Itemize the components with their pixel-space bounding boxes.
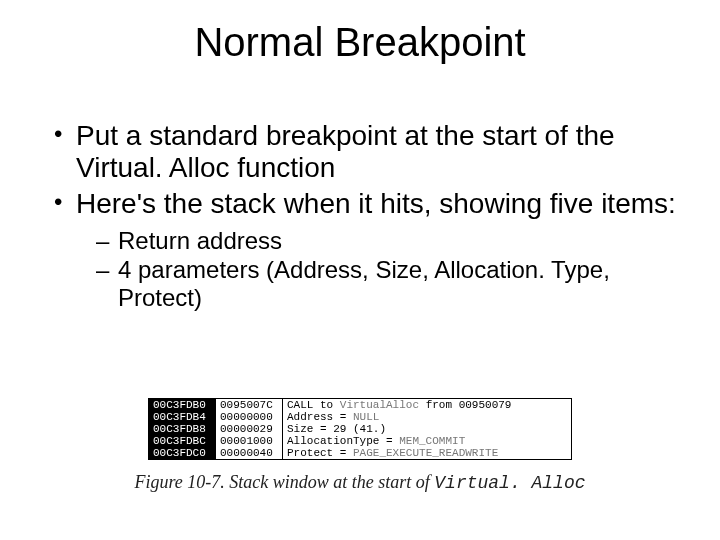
stack-desc: Protect = PAGE_EXECUTE_READWRITE — [283, 447, 571, 459]
stack-row: 00C3FDBC 00001000 AllocationType = MEM_C… — [149, 435, 571, 447]
stack-row: 00C3FDB0 0095007C CALL to VirtualAlloc f… — [149, 399, 571, 411]
sub-bullet-item: Return address — [96, 227, 680, 255]
stack-addr: 00C3FDB8 — [149, 423, 216, 435]
stack-addr: 00C3FDC0 — [149, 447, 216, 459]
sub-bullet-list: Return address 4 parameters (Address, Si… — [96, 227, 680, 312]
caption-code: Virtual. Alloc — [434, 473, 585, 493]
stack-val: 00000040 — [216, 447, 283, 459]
bullet-item: Here's the stack when it hits, showing f… — [50, 188, 680, 311]
bullet-item: Put a standard breakpoint at the start o… — [50, 120, 680, 184]
bullet-list: Put a standard breakpoint at the start o… — [50, 120, 680, 311]
slide-body: Put a standard breakpoint at the start o… — [50, 120, 680, 315]
stack-addr: 00C3FDB0 — [149, 399, 216, 411]
stack-val: 00000000 — [216, 411, 283, 423]
stack-val: 00001000 — [216, 435, 283, 447]
stack-desc: Address = NULL — [283, 411, 571, 423]
stack-window: 00C3FDB0 0095007C CALL to VirtualAlloc f… — [148, 398, 572, 460]
stack-desc: AllocationType = MEM_COMMIT — [283, 435, 571, 447]
bullet-text: Here's the stack when it hits, showing f… — [76, 188, 676, 219]
slide: Normal Breakpoint Put a standard breakpo… — [0, 0, 720, 540]
stack-addr: 00C3FDB4 — [149, 411, 216, 423]
stack-row: 00C3FDC0 00000040 Protect = PAGE_EXECUTE… — [149, 447, 571, 459]
stack-row: 00C3FDB8 00000029 Size = 29 (41.) — [149, 423, 571, 435]
stack-addr: 00C3FDBC — [149, 435, 216, 447]
stack-val: 00000029 — [216, 423, 283, 435]
stack-row: 00C3FDB4 00000000 Address = NULL — [149, 411, 571, 423]
figure-caption: Figure 10-7. Stack window at the start o… — [0, 472, 720, 493]
stack-val: 0095007C — [216, 399, 283, 411]
stack-desc: Size = 29 (41.) — [283, 423, 571, 435]
caption-text: Figure 10-7. Stack window at the start o… — [134, 472, 434, 492]
figure: 00C3FDB0 0095007C CALL to VirtualAlloc f… — [0, 398, 720, 493]
sub-bullet-item: 4 parameters (Address, Size, Allocation.… — [96, 256, 680, 311]
stack-desc: CALL to VirtualAlloc from 00950079 — [283, 399, 571, 411]
slide-title: Normal Breakpoint — [0, 20, 720, 65]
